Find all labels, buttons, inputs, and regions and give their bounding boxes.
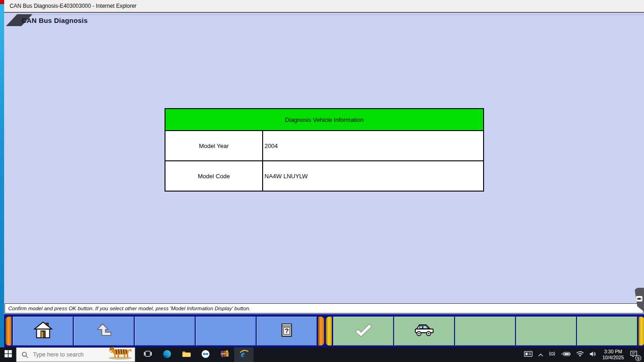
group-accent-bar [638,317,644,346]
page-title: CAN Bus Diagnosis [22,16,88,24]
titlebar: CAN Bus Diagnosis-E403003000 - Internet … [4,0,644,13]
model-code-label: Model Code [165,161,263,191]
navigation-button-group: ? [6,317,324,346]
main-content: CAN Bus Diagnosis Diagnosis Vehicle Info… [4,14,644,347]
battery-status-button[interactable] [558,347,573,362]
toolbar-blank-button-3[interactable] [455,317,516,346]
edge-taskbar-button[interactable] [157,347,176,362]
help-icon: ? [281,323,293,340]
group-accent-bar [6,317,11,346]
toolbar-blank-button-4[interactable] [516,317,577,346]
internet-explorer-icon: e [239,349,249,360]
internet-explorer-button[interactable]: e [234,347,253,362]
help-button[interactable]: ? [257,317,318,346]
home-icon [33,322,53,341]
car-icon [414,324,435,339]
wifi-status-button[interactable] [573,347,587,362]
header-top-line [22,14,644,15]
start-button[interactable] [0,347,16,362]
model-year-value: 2004 [263,131,484,161]
vehicle-info-table: Diagnosis Vehicle Information Model Year… [165,108,484,192]
status-bar: Confirm model and press OK button. If yo… [5,303,644,313]
edge-icon [163,350,171,360]
chevron-up-icon [538,351,543,359]
touch-keyboard-icon [524,350,533,359]
action-button-group [326,317,644,346]
volume-status-button[interactable] [587,347,599,362]
action-center-button[interactable]: 5 [627,347,642,362]
window-left-edge-strip [0,0,4,347]
model-code-value: NA4W LNUYLW [263,161,484,191]
window-corner-marker [0,0,4,4]
winrar-icon [220,350,229,360]
ok-button[interactable] [333,317,394,346]
cast-status-button[interactable] [546,347,558,362]
toolbar-blank-button-5[interactable] [577,317,638,346]
toolbar-blank-button-1[interactable] [135,317,196,346]
file-explorer-button[interactable] [176,347,196,362]
table-header-cell: Diagnosis Vehicle Information [165,109,484,131]
wifi-icon [576,351,584,359]
back-button[interactable] [74,317,135,346]
speaker-icon [589,351,596,359]
table-row: Model Code NA4W LNUYLW [165,161,484,191]
tray-overflow-button[interactable] [535,347,546,362]
taskbar-search[interactable] [16,347,135,362]
teamviewer-circle-icon [201,350,210,360]
teamviewer-taskbar-button[interactable] [196,347,215,362]
table-row: Model Year 2004 [165,131,484,161]
winrar-button[interactable] [215,347,234,362]
task-view-icon [143,350,152,359]
system-tray: 3:30 PM 10/4/2025 5 [521,347,644,362]
model-year-label: Model Year [165,131,263,161]
status-message: Confirm model and press OK button. If yo… [8,306,251,311]
clock-date: 10/4/2025 [602,355,624,361]
teamviewer-icon [636,296,643,304]
table-header-row: Diagnosis Vehicle Information [165,109,484,131]
search-icon [22,351,28,358]
taskbar-app-icons: e [138,347,253,362]
task-view-button[interactable] [138,347,157,362]
tiger-image [107,346,135,362]
bottom-toolbar: ? [4,314,644,347]
folder-icon [182,350,191,359]
windows-logo-icon [5,350,12,359]
svg-text:?: ? [285,327,289,335]
home-button[interactable] [13,317,74,346]
checkmark-icon [353,323,374,340]
battery-charging-icon [561,351,571,359]
window-title: CAN Bus Diagnosis-E403003000 - Internet … [10,3,137,9]
taskbar: e [0,347,644,362]
toolbar-blank-button-2[interactable] [196,317,257,346]
notification-count-badge: 5 [635,355,641,361]
group-accent-bar [318,317,324,346]
model-information-display-button[interactable] [394,317,455,346]
back-arrow-icon [95,323,113,340]
touch-keyboard-button[interactable] [521,347,535,362]
cast-icon [549,351,556,359]
search-input[interactable] [32,351,103,358]
clock-time: 3:30 PM [602,349,624,355]
group-accent-bar [326,317,332,346]
clock[interactable]: 3:30 PM 10/4/2025 [599,349,627,361]
